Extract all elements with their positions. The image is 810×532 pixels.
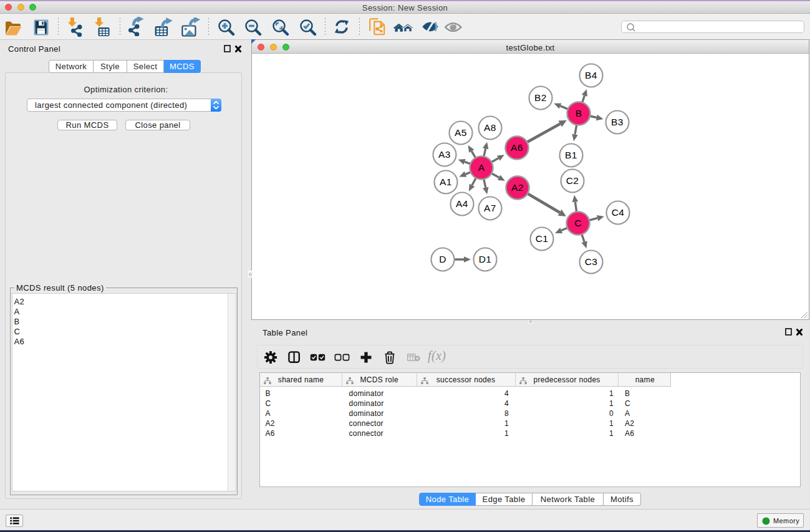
svg-text:D1: D1 [479, 254, 492, 264]
svg-text:A4: A4 [456, 198, 468, 209]
svg-text:A2: A2 [511, 182, 524, 193]
svg-text:A: A [478, 162, 485, 173]
svg-text:A8: A8 [484, 122, 496, 133]
svg-text:B3: B3 [611, 117, 624, 127]
svg-text:A6: A6 [511, 142, 523, 153]
svg-text:A3: A3 [438, 149, 451, 160]
svg-text:B: B [576, 108, 582, 118]
svg-text:A7: A7 [484, 203, 496, 213]
svg-text:C2: C2 [566, 175, 579, 186]
svg-text:A5: A5 [455, 127, 467, 138]
svg-text:B4: B4 [585, 70, 597, 80]
svg-text:C1: C1 [536, 233, 549, 244]
svg-text:B1: B1 [565, 150, 577, 160]
svg-text:D: D [439, 254, 446, 264]
svg-text:A1: A1 [440, 177, 452, 187]
svg-text:C3: C3 [585, 256, 598, 267]
svg-text:C4: C4 [612, 207, 625, 218]
svg-text:C: C [574, 218, 582, 228]
svg-text:B2: B2 [534, 92, 547, 103]
